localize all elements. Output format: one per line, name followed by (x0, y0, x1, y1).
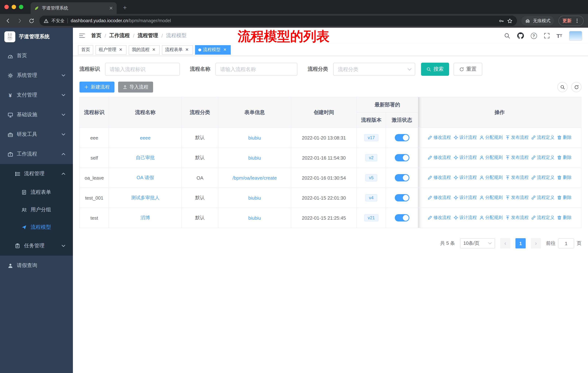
github-icon[interactable] (517, 32, 524, 39)
active-status-toggle[interactable] (395, 194, 409, 202)
publish-process-link[interactable]: 发布流程 (505, 154, 529, 161)
publish-process-link[interactable]: 发布流程 (505, 214, 529, 221)
key-icon[interactable] (499, 18, 504, 23)
tag-process-form[interactable]: 流程表单✕ (162, 45, 193, 54)
design-process-link[interactable]: 设计流程 (453, 174, 477, 181)
sidebar-item-infrastructure[interactable]: 基础设施 (0, 105, 73, 125)
forward-icon[interactable] (16, 17, 23, 24)
sidebar-item-process-form[interactable]: 流程表单 (0, 184, 73, 201)
breadcrumb-process-management[interactable]: 流程管理 (138, 32, 158, 39)
font-size-icon[interactable]: TT (556, 33, 562, 39)
address-bar[interactable]: 不安全 dashboard.yudao.iocoder.cn/bpm/manag… (39, 16, 517, 26)
delete-process-link[interactable]: 删除 (557, 214, 572, 221)
process-category-select[interactable] (333, 63, 415, 76)
process-name-link[interactable]: 滔博 (141, 215, 150, 220)
assign-rule-link[interactable]: 分配规则 (479, 154, 503, 161)
form-info-link[interactable]: biubiu (248, 135, 261, 141)
sidebar-item-payment[interactable]: ¥ 支付管理 (0, 85, 73, 105)
back-icon[interactable] (4, 17, 12, 24)
assign-rule-link[interactable]: 分配规则 (479, 214, 503, 221)
fullscreen-icon[interactable] (544, 33, 550, 39)
bookmark-star-icon[interactable] (507, 18, 513, 23)
process-definition-link[interactable]: 流程定义 (531, 174, 555, 181)
modify-process-link[interactable]: 修改流程 (428, 214, 451, 221)
avatar[interactable] (569, 31, 582, 40)
modify-process-link[interactable]: 修改流程 (428, 154, 451, 161)
goto-page-input[interactable] (558, 238, 574, 248)
form-info-link[interactable]: biubiu (248, 155, 261, 161)
form-info-link[interactable]: /bpm/oa/leave/create (232, 175, 277, 181)
process-definition-link[interactable]: 流程定义 (531, 194, 555, 201)
assign-rule-link[interactable]: 分配规则 (479, 134, 503, 141)
publish-process-link[interactable]: 发布流程 (505, 174, 529, 181)
help-icon[interactable]: ? (531, 33, 537, 39)
publish-process-link[interactable]: 发布流程 (505, 134, 529, 141)
close-icon[interactable]: ✕ (184, 47, 189, 52)
publish-process-link[interactable]: 发布流程 (505, 194, 529, 201)
minimize-window-button[interactable] (12, 5, 16, 9)
design-process-link[interactable]: 设计流程 (453, 134, 477, 141)
delete-process-link[interactable]: 删除 (557, 174, 572, 181)
active-status-toggle[interactable] (395, 214, 409, 222)
process-name-link[interactable]: 测试多审批人 (131, 195, 159, 200)
sidebar-item-user-group[interactable]: 用户分组 (0, 201, 73, 219)
tab-close-icon[interactable]: ✕ (109, 5, 113, 11)
browser-menu-icon[interactable] (575, 18, 580, 23)
import-process-button[interactable]: 导入流程 (118, 81, 153, 92)
next-page-button[interactable]: › (531, 238, 541, 248)
refresh-table-button[interactable] (571, 82, 581, 92)
active-status-toggle[interactable] (395, 154, 409, 161)
breadcrumb-home[interactable]: 首页 (91, 32, 101, 39)
delete-process-link[interactable]: 删除 (557, 134, 572, 141)
sidebar-item-leave-query[interactable]: 请假查询 (0, 256, 73, 275)
tag-process-model[interactable]: 流程模型✕ (195, 45, 231, 54)
new-tab-button[interactable]: ＋ (122, 3, 128, 12)
update-button[interactable]: 更新 (558, 16, 584, 26)
sidebar-item-home[interactable]: 首页 (0, 46, 73, 66)
tag-my-process[interactable]: 我的流程✕ (129, 45, 160, 54)
breadcrumb-workflow[interactable]: 工作流程 (109, 32, 130, 39)
sidebar-item-process-model[interactable]: 流程模型 (0, 219, 73, 236)
sidebar-item-system[interactable]: 系统管理 (0, 66, 73, 85)
active-status-toggle[interactable] (395, 134, 409, 141)
search-icon[interactable] (504, 33, 510, 39)
reset-button[interactable]: 重置 (453, 63, 482, 76)
active-status-toggle[interactable] (395, 174, 409, 181)
toggle-search-button[interactable] (557, 82, 567, 92)
sidebar-item-task-management[interactable]: 任务管理 (0, 236, 73, 256)
sidebar-item-process-management[interactable]: 流程管理 (0, 164, 73, 184)
close-window-button[interactable] (4, 5, 9, 9)
form-info-link[interactable]: biubiu (248, 195, 261, 201)
hamburger-icon[interactable] (79, 33, 85, 39)
sidebar-item-workflow[interactable]: 工作流程 (0, 144, 73, 164)
process-name-link[interactable]: eeee (140, 135, 151, 141)
process-name-link[interactable]: OA 请假 (136, 175, 154, 180)
close-icon[interactable]: ✕ (118, 47, 123, 52)
design-process-link[interactable]: 设计流程 (453, 214, 477, 221)
reload-icon[interactable] (28, 17, 35, 24)
prev-page-button[interactable]: ‹ (500, 238, 510, 248)
process-definition-link[interactable]: 流程定义 (531, 214, 555, 221)
assign-rule-link[interactable]: 分配规则 (479, 174, 503, 181)
search-button[interactable]: 搜索 (421, 63, 449, 76)
delete-process-link[interactable]: 删除 (557, 154, 572, 161)
create-process-button[interactable]: 新建流程 (79, 81, 115, 92)
close-icon[interactable]: ✕ (222, 47, 228, 52)
close-icon[interactable]: ✕ (151, 47, 156, 52)
page-size-select[interactable]: 10条/页 (460, 238, 495, 248)
modify-process-link[interactable]: 修改流程 (428, 134, 451, 141)
process-definition-link[interactable]: 流程定义 (531, 134, 555, 141)
design-process-link[interactable]: 设计流程 (453, 154, 477, 161)
modify-process-link[interactable]: 修改流程 (428, 194, 451, 201)
app-logo[interactable]: 芋道管理系统 (0, 28, 73, 46)
assign-rule-link[interactable]: 分配规则 (479, 194, 503, 201)
process-name-input[interactable] (215, 63, 297, 76)
tag-tenant-management[interactable]: 租户管理✕ (95, 45, 126, 54)
delete-process-link[interactable]: 删除 (557, 194, 572, 201)
process-key-input[interactable] (105, 63, 180, 76)
browser-tab[interactable]: 芋道管理系统 ✕ (31, 2, 117, 14)
sidebar-item-devtools[interactable]: 研发工具 (0, 125, 73, 144)
process-definition-link[interactable]: 流程定义 (531, 154, 555, 161)
design-process-link[interactable]: 设计流程 (453, 194, 477, 201)
modify-process-link[interactable]: 修改流程 (428, 174, 451, 181)
